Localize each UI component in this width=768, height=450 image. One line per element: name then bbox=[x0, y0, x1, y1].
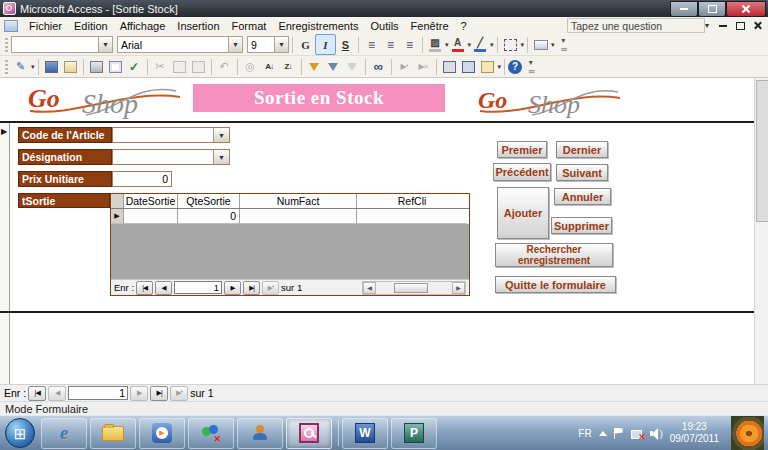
database-window-button[interactable] bbox=[459, 57, 478, 76]
chevron-down-icon[interactable]: ▼ bbox=[98, 37, 112, 52]
row-selector[interactable] bbox=[111, 209, 124, 224]
vertical-scrollbar[interactable] bbox=[754, 78, 768, 384]
annuler-button[interactable]: Annuler bbox=[554, 188, 611, 205]
paste-button[interactable] bbox=[189, 57, 208, 76]
mdi-restore-button[interactable] bbox=[736, 22, 745, 30]
cut-button[interactable]: ✂ bbox=[151, 57, 170, 76]
menu-help[interactable]: ? bbox=[455, 17, 473, 34]
taskbar-messenger-button[interactable] bbox=[188, 418, 234, 449]
new-object-button[interactable] bbox=[478, 57, 497, 76]
menu-fenetre[interactable]: Fenêtre bbox=[405, 17, 455, 34]
bold-button[interactable]: G bbox=[296, 35, 315, 54]
menu-outils[interactable]: Outils bbox=[364, 17, 404, 34]
cell-numfact[interactable] bbox=[240, 209, 357, 224]
cell-qtesortie[interactable]: 0 bbox=[178, 209, 240, 224]
taskbar-explorer-button[interactable] bbox=[90, 418, 136, 449]
rechercher-enregistrement-button[interactable]: Rechercher enregistrement bbox=[495, 243, 613, 267]
chevron-down-icon[interactable]: ▼ bbox=[274, 37, 288, 52]
properties-button[interactable] bbox=[440, 57, 459, 76]
apply-filter-button[interactable] bbox=[343, 57, 362, 76]
font-color-button[interactable]: A bbox=[449, 35, 467, 54]
taskbar-ie-button[interactable] bbox=[41, 418, 87, 449]
ajouter-button[interactable]: Ajouter bbox=[497, 187, 549, 239]
hyperlink-button[interactable]: ◎ bbox=[241, 57, 260, 76]
premier-button[interactable]: Premier bbox=[497, 141, 547, 158]
chevron-down-icon[interactable]: ▼ bbox=[213, 150, 229, 164]
code-article-combo[interactable]: ▼ bbox=[112, 127, 230, 143]
italic-button[interactable]: I bbox=[315, 34, 336, 55]
datasheet-corner[interactable] bbox=[111, 194, 124, 208]
show-hidden-icons-icon[interactable] bbox=[599, 431, 607, 436]
toolbar-options-icon[interactable]: ▾═ bbox=[555, 35, 574, 54]
prix-unitaire-field[interactable]: 0 bbox=[112, 171, 172, 187]
clock[interactable]: 19:23 09/07/2011 bbox=[670, 421, 719, 445]
border-style-button[interactable] bbox=[501, 35, 520, 54]
toolbar-grip[interactable] bbox=[5, 60, 8, 74]
menu-format[interactable]: Format bbox=[226, 17, 273, 34]
previous-record-button[interactable] bbox=[48, 386, 66, 401]
restore-button[interactable] bbox=[698, 1, 726, 17]
new-record-button[interactable] bbox=[170, 386, 188, 401]
designation-combo[interactable]: ▼ bbox=[112, 149, 230, 165]
taskbar-user-accounts-button[interactable] bbox=[237, 418, 283, 449]
menu-enregistrements[interactable]: Enregistrements bbox=[272, 17, 364, 34]
form-system-icon[interactable] bbox=[4, 20, 18, 32]
taskbar-publisher-button[interactable] bbox=[391, 418, 437, 449]
last-record-button[interactable] bbox=[243, 281, 260, 295]
menu-fichier[interactable]: Fichier bbox=[23, 17, 68, 34]
scroll-left-icon[interactable]: ◀ bbox=[363, 282, 376, 294]
save-button[interactable] bbox=[42, 57, 61, 76]
underline-button[interactable]: S bbox=[336, 35, 355, 54]
minimize-button[interactable] bbox=[670, 1, 698, 17]
font-name-combo[interactable]: Arial ▼ bbox=[117, 36, 243, 53]
align-left-button[interactable]: ≡ bbox=[362, 35, 381, 54]
copy-button[interactable] bbox=[170, 57, 189, 76]
mdi-close-button[interactable] bbox=[754, 22, 762, 30]
sort-ascending-button[interactable]: A↓ bbox=[260, 57, 279, 76]
start-button[interactable] bbox=[5, 418, 35, 448]
new-record-button[interactable] bbox=[262, 281, 279, 295]
object-selector-combo[interactable]: ▼ bbox=[11, 36, 113, 53]
quitte-formulaire-button[interactable]: Quitte le formulaire bbox=[495, 276, 616, 293]
toolbar-grip[interactable] bbox=[5, 38, 8, 52]
first-record-button[interactable] bbox=[136, 281, 153, 295]
design-view-button[interactable]: ✎ bbox=[11, 57, 30, 76]
column-header-numfact[interactable]: NumFact bbox=[240, 194, 357, 208]
column-header-datesortie[interactable]: DateSortie bbox=[124, 194, 178, 208]
menu-insertion[interactable]: Insertion bbox=[171, 17, 225, 34]
line-color-button[interactable]: ╱ bbox=[471, 35, 489, 54]
supprimer-button[interactable]: Supprimer bbox=[551, 217, 612, 234]
last-record-button[interactable] bbox=[150, 386, 168, 401]
taskbar-word-button[interactable] bbox=[342, 418, 388, 449]
next-record-button[interactable] bbox=[224, 281, 241, 295]
mdi-minimize-button[interactable] bbox=[719, 25, 727, 27]
chevron-down-icon[interactable]: ▾ bbox=[490, 41, 494, 49]
cell-refcli[interactable] bbox=[357, 209, 467, 224]
spelling-button[interactable]: ✓ bbox=[125, 57, 144, 76]
print-button[interactable] bbox=[87, 57, 106, 76]
taskbar-mediaplayer-button[interactable] bbox=[139, 418, 185, 449]
action-center-icon[interactable] bbox=[614, 428, 624, 439]
file-search-button[interactable] bbox=[61, 57, 80, 76]
chevron-down-icon[interactable]: ▼ bbox=[228, 37, 242, 52]
close-button[interactable] bbox=[726, 1, 766, 17]
previous-record-button[interactable] bbox=[155, 281, 172, 295]
chevron-down-icon[interactable]: ▾ bbox=[498, 63, 502, 71]
undo-button[interactable]: ↶ bbox=[215, 57, 234, 76]
chevron-down-icon[interactable]: ▾ bbox=[521, 41, 525, 49]
record-selector-bar[interactable] bbox=[0, 123, 10, 389]
filter-by-form-button[interactable] bbox=[324, 57, 343, 76]
align-right-button[interactable]: ≡ bbox=[400, 35, 419, 54]
cell-datesortie[interactable] bbox=[124, 209, 178, 224]
menu-affichage[interactable]: Affichage bbox=[114, 17, 172, 34]
scrollbar-thumb[interactable] bbox=[756, 80, 768, 222]
current-record-box[interactable]: 1 bbox=[174, 281, 222, 294]
chevron-down-icon[interactable]: ▾ bbox=[31, 63, 35, 71]
print-preview-button[interactable] bbox=[106, 57, 125, 76]
delete-record-button[interactable]: ▶× bbox=[414, 57, 433, 76]
new-record-button[interactable]: ▶* bbox=[395, 57, 414, 76]
scrollbar-thumb[interactable] bbox=[394, 283, 428, 293]
volume-icon[interactable]: ) bbox=[650, 428, 663, 439]
desktop-flower-thumbnail[interactable] bbox=[731, 416, 764, 450]
menu-edition[interactable]: Edition bbox=[68, 17, 114, 34]
